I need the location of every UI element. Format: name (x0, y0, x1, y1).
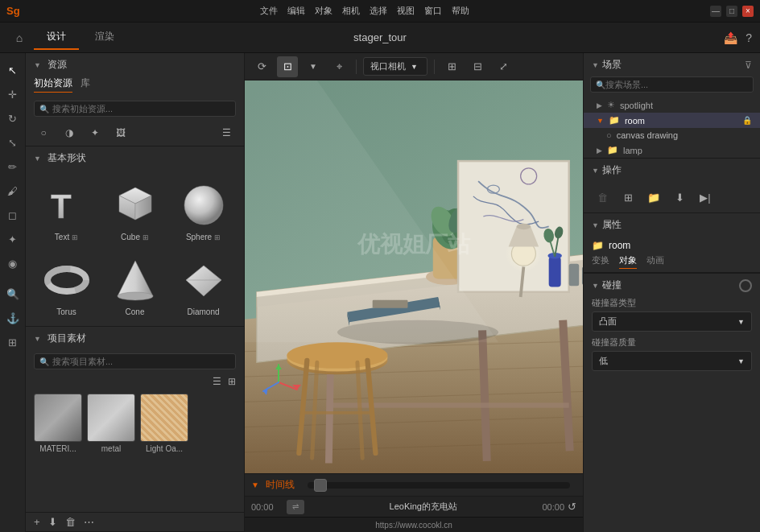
paint-tool[interactable]: 🖌 (2, 180, 23, 201)
menu-window[interactable]: 窗口 (424, 5, 442, 17)
scene-filter-icon[interactable]: ⊽ (745, 60, 752, 71)
help-button[interactable]: ? (746, 31, 752, 44)
home-button[interactable]: ⌂ (8, 27, 31, 49)
shape-item-cone[interactable]: Cone (102, 250, 167, 321)
svg-rect-53 (582, 266, 583, 285)
grid-tool[interactable]: ⊞ (2, 332, 23, 353)
scale-tool[interactable]: ⤡ (2, 132, 23, 153)
loop-button[interactable]: ⇌ (287, 500, 304, 514)
asset-icon-light[interactable]: ✦ (85, 123, 105, 142)
shape-options-icon-cube[interactable]: ⊞ (142, 233, 149, 241)
tab-initial-assets[interactable]: 初始资源 (34, 76, 72, 93)
export-button[interactable]: 📤 (724, 31, 737, 44)
shape-options-icon-sphere[interactable]: ⊞ (214, 233, 221, 241)
assets-search-input[interactable] (52, 104, 230, 113)
light-tool[interactable]: ✦ (2, 229, 23, 250)
select-tool[interactable]: ↖ (2, 60, 23, 80)
op-group-button[interactable]: 📁 (643, 187, 664, 208)
material-more-button[interactable]: ⋯ (84, 516, 94, 528)
collision-title: ▼ 碰撞 (592, 278, 622, 292)
minimize-button[interactable]: — (710, 6, 721, 17)
scene-item-lamp[interactable]: ▶ 📁 lamp (584, 142, 760, 158)
timeline-label[interactable]: 时间线 (266, 478, 295, 492)
menu-edit[interactable]: 编辑 (287, 5, 305, 17)
prop-tab-animation[interactable]: 动画 (646, 254, 664, 269)
camera-tool[interactable]: ◉ (2, 253, 23, 274)
shape-item-diamond[interactable]: Diamond (171, 250, 236, 321)
magnet-button[interactable]: ⌖ (328, 56, 349, 77)
material-grid-view[interactable]: ⊞ (228, 376, 236, 387)
op-keyframe-button[interactable]: ▶| (695, 187, 716, 208)
asset-icon-image[interactable]: 🖼 (111, 123, 130, 142)
shape-label-cube: Cube ⊞ (121, 233, 149, 241)
menu-select[interactable]: 选择 (370, 5, 387, 17)
prop-tab-transform[interactable]: 变换 (592, 254, 609, 269)
shape-item-sphere[interactable]: Sphere ⊞ (171, 175, 236, 246)
timeline-track[interactable] (308, 482, 570, 489)
menu-help[interactable]: 帮助 (452, 5, 469, 17)
basic-shapes-header[interactable]: ▼ 基本形状 (26, 146, 244, 170)
menu-camera[interactable]: 相机 (342, 5, 360, 17)
menu-view[interactable]: 视图 (397, 5, 415, 17)
search-tool[interactable]: 🔍 (2, 283, 23, 304)
op-delete-button[interactable]: 🗑 (592, 187, 613, 208)
timeline-position-indicator[interactable] (314, 479, 327, 492)
tab-render[interactable]: 渲染 (82, 25, 127, 50)
close-button[interactable]: × (742, 6, 754, 17)
split-btn[interactable]: ⊟ (467, 56, 488, 77)
collision-toggle[interactable] (739, 279, 752, 292)
scene-item-spotlight[interactable]: ▶ ☀ spotlight (584, 97, 760, 113)
material-item-0[interactable]: MATERI... (34, 394, 82, 453)
scene-search-box: 🔍 (590, 76, 754, 93)
asset-icon-shape[interactable]: ○ (34, 123, 53, 142)
material-item-1[interactable]: metal (87, 394, 135, 453)
op-download-button[interactable]: ⬇ (669, 187, 690, 208)
shape-options-icon-text[interactable]: ⊞ (72, 233, 78, 241)
transform-icon[interactable]: ⟳ (251, 56, 272, 77)
tab-design[interactable]: 设计 (34, 25, 79, 50)
scene-search-input[interactable] (605, 80, 748, 89)
scene-title[interactable]: ▼ 场景 (592, 58, 622, 72)
asset-icon-material[interactable]: ◑ (60, 123, 79, 142)
scene-item-room[interactable]: ▼ 📁 room 🔒 (584, 113, 760, 128)
scene-item-canvas[interactable]: ○ canvas drawing (584, 128, 760, 142)
tab-library[interactable]: 库 (81, 76, 90, 93)
grid-btn[interactable]: ⊞ (441, 56, 462, 77)
menu-object[interactable]: 对象 (315, 5, 332, 17)
expand-btn[interactable]: ⤢ (493, 56, 514, 77)
anchor-tool[interactable]: ⚓ (2, 307, 23, 328)
shape-item-cube[interactable]: Cube ⊞ (102, 175, 167, 246)
material-import-button[interactable]: ⬇ (48, 516, 57, 528)
project-materials-header[interactable]: ▼ 项目素材 (26, 327, 244, 350)
move-tool[interactable]: ✛ (2, 84, 23, 105)
shape-item-text[interactable]: T Text ⊞ (34, 175, 99, 246)
collision-type-dropdown[interactable]: 凸面 ▼ (592, 311, 752, 332)
assets-section-header[interactable]: ▼ 资源 (26, 53, 244, 76)
rotate-tool[interactable]: ↻ (2, 108, 23, 129)
camera-dropdown[interactable]: 视口相机 ▼ (363, 57, 428, 76)
op-duplicate-button[interactable]: ⊞ (618, 187, 638, 208)
pen-tool[interactable]: ✏ (2, 156, 23, 177)
prop-tab-object[interactable]: 对象 (619, 254, 637, 269)
collision-arrow[interactable]: ▼ (592, 282, 599, 290)
material-list-view[interactable]: ☰ (213, 376, 221, 387)
object-tool[interactable]: ◻ (2, 204, 23, 225)
materials-search-input[interactable] (52, 357, 230, 366)
operations-title[interactable]: ▼ 操作 (592, 163, 622, 177)
asset-icon-list[interactable]: ☰ (217, 123, 236, 142)
menu-file[interactable]: 文件 (260, 5, 278, 17)
properties-title[interactable]: ▼ 属性 (592, 218, 622, 232)
viewport[interactable]: 优视姐厂站 (245, 80, 583, 473)
material-delete-button[interactable]: 🗑 (65, 516, 76, 528)
collision-quality-dropdown[interactable]: 低 ▼ (592, 351, 752, 371)
scene-item-lock-icon[interactable]: 🔒 (742, 116, 752, 125)
material-add-button[interactable]: + (34, 516, 40, 528)
snap-dropdown-arrow[interactable]: ▼ (303, 56, 324, 77)
maximize-button[interactable]: □ (726, 6, 737, 17)
document-title: stager_tour (353, 31, 407, 43)
material-item-2[interactable]: Light Oa... (140, 394, 188, 453)
timeline-collapse-arrow[interactable]: ▼ (251, 480, 259, 489)
shape-item-torus[interactable]: Torus (34, 250, 99, 321)
replay-button[interactable]: ↺ (568, 501, 576, 513)
snap-button[interactable]: ⊡ (277, 56, 298, 77)
